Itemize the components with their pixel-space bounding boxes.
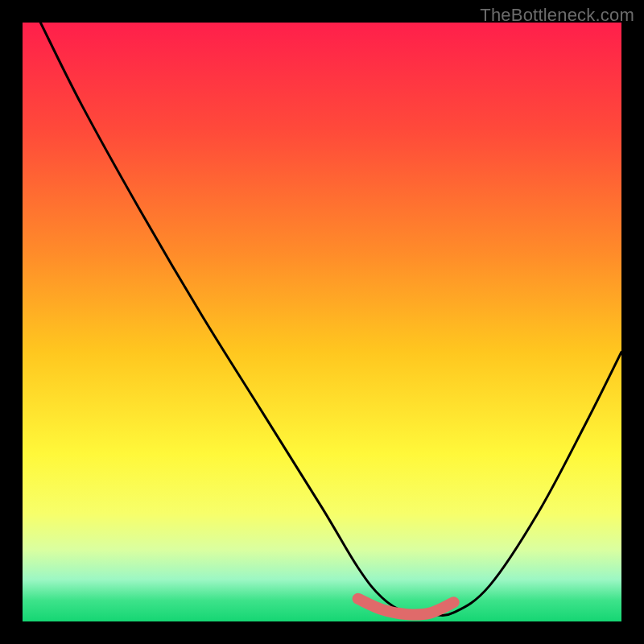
attribution-text: TheBottleneck.com (480, 5, 634, 26)
chart-frame (23, 23, 621, 621)
bottleneck-chart (23, 23, 621, 621)
gradient-background (23, 23, 621, 621)
